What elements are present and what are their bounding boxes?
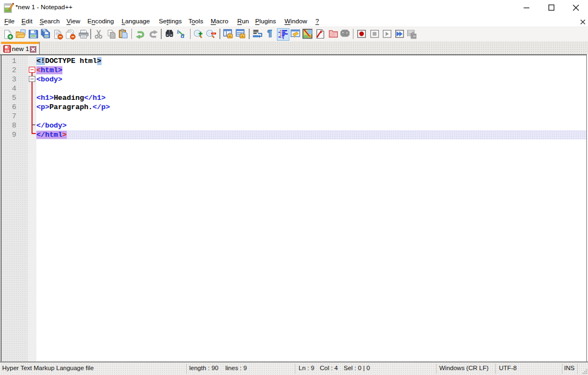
- svg-text:a: a: [181, 31, 185, 39]
- svg-text:b: b: [177, 29, 180, 35]
